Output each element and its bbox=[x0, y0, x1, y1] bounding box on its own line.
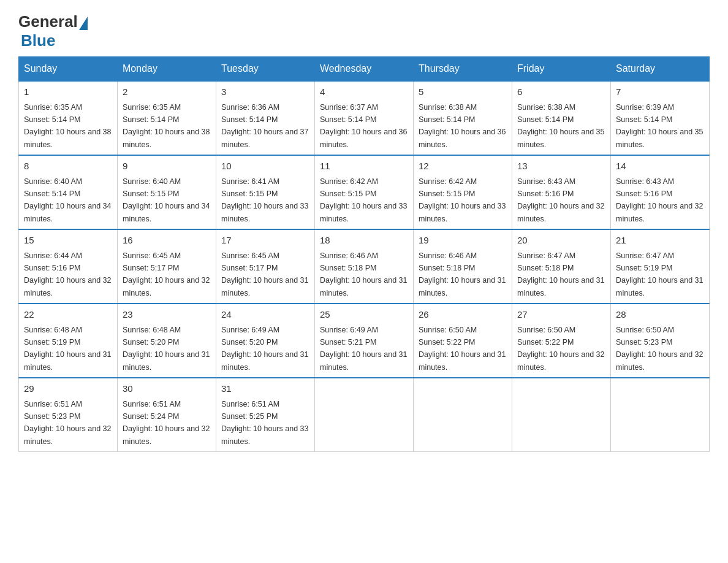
day-info: Sunrise: 6:40 AMSunset: 5:14 PMDaylight:… bbox=[24, 177, 111, 223]
day-number: 18 bbox=[320, 234, 408, 248]
header-friday: Friday bbox=[512, 57, 611, 82]
day-number: 31 bbox=[221, 382, 309, 396]
day-info: Sunrise: 6:51 AMSunset: 5:23 PMDaylight:… bbox=[24, 400, 111, 446]
day-cell: 31 Sunrise: 6:51 AMSunset: 5:25 PMDaylig… bbox=[216, 378, 315, 452]
day-info: Sunrise: 6:39 AMSunset: 5:14 PMDaylight:… bbox=[616, 103, 703, 149]
day-number: 1 bbox=[24, 85, 112, 99]
day-number: 21 bbox=[616, 234, 704, 248]
day-info: Sunrise: 6:43 AMSunset: 5:16 PMDaylight:… bbox=[517, 177, 604, 223]
day-cell: 7 Sunrise: 6:39 AMSunset: 5:14 PMDayligh… bbox=[611, 81, 710, 155]
page-header: General Blue bbox=[18, 12, 710, 50]
day-number: 27 bbox=[517, 308, 605, 322]
day-number: 13 bbox=[517, 159, 605, 174]
day-cell: 15 Sunrise: 6:44 AMSunset: 5:16 PMDaylig… bbox=[19, 229, 118, 304]
day-number: 23 bbox=[123, 308, 211, 322]
day-cell: 17 Sunrise: 6:45 AMSunset: 5:17 PMDaylig… bbox=[216, 229, 315, 304]
calendar-table: SundayMondayTuesdayWednesdayThursdayFrid… bbox=[18, 56, 710, 452]
day-number: 4 bbox=[320, 85, 408, 99]
day-cell: 1 Sunrise: 6:35 AMSunset: 5:14 PMDayligh… bbox=[19, 81, 118, 155]
week-row-2: 8 Sunrise: 6:40 AMSunset: 5:14 PMDayligh… bbox=[19, 155, 710, 229]
day-cell: 21 Sunrise: 6:47 AMSunset: 5:19 PMDaylig… bbox=[611, 229, 710, 304]
day-cell: 9 Sunrise: 6:40 AMSunset: 5:15 PMDayligh… bbox=[118, 155, 216, 229]
day-info: Sunrise: 6:47 AMSunset: 5:19 PMDaylight:… bbox=[616, 251, 703, 297]
day-number: 28 bbox=[616, 308, 704, 322]
day-cell: 12 Sunrise: 6:42 AMSunset: 5:15 PMDaylig… bbox=[414, 155, 512, 229]
day-cell bbox=[512, 378, 611, 452]
day-number: 5 bbox=[419, 85, 507, 99]
day-cell bbox=[315, 378, 414, 452]
day-info: Sunrise: 6:46 AMSunset: 5:18 PMDaylight:… bbox=[320, 251, 407, 297]
logo: General Blue bbox=[18, 12, 89, 50]
day-cell: 25 Sunrise: 6:49 AMSunset: 5:21 PMDaylig… bbox=[315, 304, 414, 378]
day-number: 6 bbox=[517, 85, 605, 99]
day-info: Sunrise: 6:50 AMSunset: 5:23 PMDaylight:… bbox=[616, 326, 703, 372]
day-number: 17 bbox=[221, 234, 309, 248]
day-cell: 3 Sunrise: 6:36 AMSunset: 5:14 PMDayligh… bbox=[216, 81, 315, 155]
day-info: Sunrise: 6:45 AMSunset: 5:17 PMDaylight:… bbox=[221, 251, 308, 297]
day-cell: 13 Sunrise: 6:43 AMSunset: 5:16 PMDaylig… bbox=[512, 155, 611, 229]
day-cell: 16 Sunrise: 6:45 AMSunset: 5:17 PMDaylig… bbox=[118, 229, 216, 304]
header-monday: Monday bbox=[118, 57, 216, 82]
day-cell bbox=[611, 378, 710, 452]
day-number: 20 bbox=[517, 234, 605, 248]
day-cell bbox=[414, 378, 512, 452]
day-number: 10 bbox=[221, 159, 309, 174]
header-sunday: Sunday bbox=[19, 57, 118, 82]
day-number: 30 bbox=[123, 382, 211, 396]
day-cell: 6 Sunrise: 6:38 AMSunset: 5:14 PMDayligh… bbox=[512, 81, 611, 155]
day-cell: 4 Sunrise: 6:37 AMSunset: 5:14 PMDayligh… bbox=[315, 81, 414, 155]
day-info: Sunrise: 6:36 AMSunset: 5:14 PMDaylight:… bbox=[221, 103, 308, 149]
day-cell: 19 Sunrise: 6:46 AMSunset: 5:18 PMDaylig… bbox=[414, 229, 512, 304]
day-info: Sunrise: 6:38 AMSunset: 5:14 PMDaylight:… bbox=[517, 103, 604, 149]
week-row-4: 22 Sunrise: 6:48 AMSunset: 5:19 PMDaylig… bbox=[19, 304, 710, 378]
week-row-3: 15 Sunrise: 6:44 AMSunset: 5:16 PMDaylig… bbox=[19, 229, 710, 304]
day-number: 9 bbox=[123, 159, 211, 174]
day-info: Sunrise: 6:37 AMSunset: 5:14 PMDaylight:… bbox=[320, 103, 407, 149]
day-info: Sunrise: 6:42 AMSunset: 5:15 PMDaylight:… bbox=[320, 177, 407, 223]
day-number: 24 bbox=[221, 308, 309, 322]
week-row-1: 1 Sunrise: 6:35 AMSunset: 5:14 PMDayligh… bbox=[19, 81, 710, 155]
day-info: Sunrise: 6:51 AMSunset: 5:24 PMDaylight:… bbox=[123, 400, 210, 446]
day-number: 14 bbox=[616, 159, 704, 174]
day-info: Sunrise: 6:48 AMSunset: 5:19 PMDaylight:… bbox=[24, 326, 111, 372]
day-cell: 23 Sunrise: 6:48 AMSunset: 5:20 PMDaylig… bbox=[118, 304, 216, 378]
day-info: Sunrise: 6:35 AMSunset: 5:14 PMDaylight:… bbox=[123, 103, 210, 149]
day-cell: 5 Sunrise: 6:38 AMSunset: 5:14 PMDayligh… bbox=[414, 81, 512, 155]
day-number: 25 bbox=[320, 308, 408, 322]
day-number: 19 bbox=[419, 234, 507, 248]
day-number: 12 bbox=[419, 159, 507, 174]
header-tuesday: Tuesday bbox=[216, 57, 315, 82]
logo-general-text: General bbox=[18, 12, 78, 31]
day-info: Sunrise: 6:42 AMSunset: 5:15 PMDaylight:… bbox=[419, 177, 506, 223]
day-info: Sunrise: 6:49 AMSunset: 5:21 PMDaylight:… bbox=[320, 326, 407, 372]
day-info: Sunrise: 6:35 AMSunset: 5:14 PMDaylight:… bbox=[24, 103, 111, 149]
day-number: 22 bbox=[24, 308, 112, 322]
header-wednesday: Wednesday bbox=[315, 57, 414, 82]
day-info: Sunrise: 6:50 AMSunset: 5:22 PMDaylight:… bbox=[517, 326, 604, 372]
day-number: 7 bbox=[616, 85, 704, 99]
day-info: Sunrise: 6:43 AMSunset: 5:16 PMDaylight:… bbox=[616, 177, 703, 223]
day-cell: 18 Sunrise: 6:46 AMSunset: 5:18 PMDaylig… bbox=[315, 229, 414, 304]
day-cell: 30 Sunrise: 6:51 AMSunset: 5:24 PMDaylig… bbox=[118, 378, 216, 452]
header-saturday: Saturday bbox=[611, 57, 710, 82]
day-info: Sunrise: 6:48 AMSunset: 5:20 PMDaylight:… bbox=[123, 326, 210, 372]
day-info: Sunrise: 6:47 AMSunset: 5:18 PMDaylight:… bbox=[517, 251, 604, 297]
day-number: 11 bbox=[320, 159, 408, 174]
day-info: Sunrise: 6:51 AMSunset: 5:25 PMDaylight:… bbox=[221, 400, 308, 446]
day-cell: 20 Sunrise: 6:47 AMSunset: 5:18 PMDaylig… bbox=[512, 229, 611, 304]
day-number: 8 bbox=[24, 159, 112, 174]
day-cell: 14 Sunrise: 6:43 AMSunset: 5:16 PMDaylig… bbox=[611, 155, 710, 229]
header-row: SundayMondayTuesdayWednesdayThursdayFrid… bbox=[19, 57, 710, 82]
day-cell: 10 Sunrise: 6:41 AMSunset: 5:15 PMDaylig… bbox=[216, 155, 315, 229]
day-cell: 11 Sunrise: 6:42 AMSunset: 5:15 PMDaylig… bbox=[315, 155, 414, 229]
logo-blue-text: Blue bbox=[21, 31, 55, 50]
day-number: 2 bbox=[123, 85, 211, 99]
day-info: Sunrise: 6:45 AMSunset: 5:17 PMDaylight:… bbox=[123, 251, 210, 297]
day-info: Sunrise: 6:41 AMSunset: 5:15 PMDaylight:… bbox=[221, 177, 308, 223]
week-row-5: 29 Sunrise: 6:51 AMSunset: 5:23 PMDaylig… bbox=[19, 378, 710, 452]
day-cell: 26 Sunrise: 6:50 AMSunset: 5:22 PMDaylig… bbox=[414, 304, 512, 378]
day-info: Sunrise: 6:49 AMSunset: 5:20 PMDaylight:… bbox=[221, 326, 308, 372]
logo-triangle-icon bbox=[79, 17, 88, 30]
day-info: Sunrise: 6:40 AMSunset: 5:15 PMDaylight:… bbox=[123, 177, 210, 223]
header-thursday: Thursday bbox=[414, 57, 512, 82]
